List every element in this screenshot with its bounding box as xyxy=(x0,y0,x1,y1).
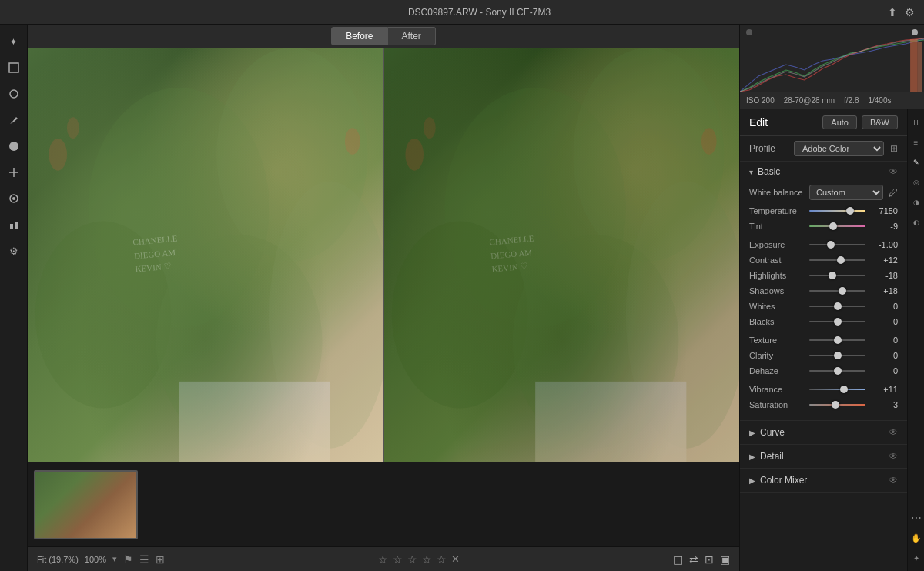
texture-value: 0 xyxy=(870,336,898,345)
app-title: DSC09897.ARW - Sony ILCE-7M3 xyxy=(71,7,888,18)
clarity-slider[interactable] xyxy=(809,349,865,362)
shadows-thumb[interactable] xyxy=(839,287,846,295)
tool-icon-3[interactable] xyxy=(3,83,25,105)
vibrance-slider[interactable] xyxy=(809,383,865,396)
arrange-icon[interactable]: ⇄ xyxy=(689,553,698,566)
tool-icon-6[interactable] xyxy=(3,162,25,183)
curve-eye[interactable]: 👁 xyxy=(889,427,898,438)
sort-icon[interactable]: ☰ xyxy=(139,553,149,566)
section-detail[interactable]: ▶ Detail 👁 xyxy=(740,445,907,469)
star-2[interactable]: ☆ xyxy=(393,553,403,566)
histogram-clip-left[interactable] xyxy=(746,29,752,35)
temperature-value: 7150 xyxy=(870,206,898,215)
whites-slider[interactable] xyxy=(809,300,865,312)
star-3[interactable]: ☆ xyxy=(407,553,417,566)
wb-dropper-icon[interactable]: 🖊 xyxy=(888,187,898,199)
svg-point-20 xyxy=(392,222,528,409)
right-icon-color[interactable]: ◑ xyxy=(908,194,925,211)
contrast-slider[interactable] xyxy=(809,254,865,266)
profile-row: Profile Adobe Color ⊞ xyxy=(740,136,907,162)
temperature-thumb[interactable] xyxy=(846,207,854,215)
tab-after[interactable]: After xyxy=(388,27,436,45)
right-icon-list[interactable]: ≡ xyxy=(908,134,925,151)
right-icon-hist[interactable]: H xyxy=(908,114,925,131)
right-icon-edit[interactable]: ✎ xyxy=(908,154,925,171)
tint-thumb[interactable] xyxy=(829,222,837,230)
dehaze-slider[interactable] xyxy=(809,365,865,377)
zoom-dropdown-icon[interactable]: ▾ xyxy=(112,554,117,564)
view-toggle-icon[interactable]: ▣ xyxy=(720,553,730,566)
exif-bar: ISO 200 28-70@28 mm f/2.8 1/400s xyxy=(740,92,924,109)
filmstrip-thumbnail[interactable] xyxy=(34,470,138,539)
crop-icon[interactable]: ⊡ xyxy=(705,553,714,566)
color-mixer-title: Color Mixer xyxy=(760,475,889,486)
compare-icon[interactable]: ◫ xyxy=(673,553,683,566)
tool-icon-8[interactable] xyxy=(3,214,25,235)
saturation-thumb[interactable] xyxy=(832,401,839,409)
section-color-mixer[interactable]: ▶ Color Mixer 👁 xyxy=(740,469,907,493)
svg-rect-17 xyxy=(179,382,330,462)
vibrance-thumb[interactable] xyxy=(840,386,848,393)
section-curve[interactable]: ▶ Curve 👁 xyxy=(740,421,907,445)
tool-icon-9[interactable]: ⚙ xyxy=(3,240,25,262)
shadows-slider[interactable] xyxy=(809,285,865,297)
whites-thumb[interactable] xyxy=(834,302,842,310)
exposure-track xyxy=(809,244,865,245)
highlights-slider[interactable] xyxy=(809,269,865,282)
right-icon-target[interactable]: ✦ xyxy=(908,549,925,566)
exposure-thumb[interactable] xyxy=(827,241,835,249)
saturation-value: -3 xyxy=(870,400,898,409)
tab-before[interactable]: Before xyxy=(331,27,387,45)
star-4[interactable]: ☆ xyxy=(422,553,432,566)
filter-icon[interactable]: ⊞ xyxy=(156,553,165,566)
blacks-slider[interactable] xyxy=(809,316,865,328)
texture-slider[interactable] xyxy=(809,334,865,346)
highlights-thumb[interactable] xyxy=(829,272,836,279)
svg-point-25 xyxy=(701,128,717,155)
delete-label[interactable]: ✕ xyxy=(451,553,460,565)
right-icon-more[interactable]: ⋯ xyxy=(908,509,925,526)
tool-icon-5[interactable] xyxy=(3,135,25,157)
histogram-clip-right[interactable] xyxy=(912,29,918,35)
texture-track xyxy=(809,339,865,341)
wb-select[interactable]: Custom xyxy=(809,185,883,200)
zoom-label[interactable]: Fit (19.7%) xyxy=(37,555,79,564)
before-photo-panel: CHANELLEDIEGO AMKEVIN ♡ xyxy=(28,48,383,462)
section-basic-eye[interactable]: 👁 xyxy=(889,166,898,177)
temperature-slider[interactable] xyxy=(809,205,865,217)
svg-rect-7 xyxy=(10,224,13,229)
bottom-center: ☆ ☆ ☆ ☆ ☆ ✕ xyxy=(378,553,460,566)
dehaze-track xyxy=(809,370,865,372)
tint-slider[interactable] xyxy=(809,220,865,232)
blacks-thumb[interactable] xyxy=(834,318,842,326)
flag-icon[interactable]: ⚑ xyxy=(123,553,133,566)
section-basic-header[interactable]: ▾ Basic 👁 xyxy=(740,162,907,182)
settings-icon[interactable]: ⚙ xyxy=(905,6,915,18)
saturation-slider[interactable] xyxy=(809,399,865,411)
tool-icon-1[interactable]: ✦ xyxy=(3,31,25,52)
color-mixer-eye[interactable]: 👁 xyxy=(889,475,898,486)
contrast-thumb[interactable] xyxy=(837,256,845,264)
tool-icon-7[interactable] xyxy=(3,188,25,209)
detail-eye[interactable]: 👁 xyxy=(889,451,898,462)
texture-thumb[interactable] xyxy=(834,336,842,344)
auto-button[interactable]: Auto xyxy=(822,115,857,129)
dehaze-thumb[interactable] xyxy=(834,367,842,375)
bw-button[interactable]: B&W xyxy=(862,115,898,129)
svg-rect-0 xyxy=(9,63,18,72)
exposure-slider[interactable] xyxy=(809,239,865,251)
right-icon-hand[interactable]: ✋ xyxy=(908,529,925,546)
tool-icon-2[interactable] xyxy=(3,57,25,78)
right-icon-geo[interactable]: ◐ xyxy=(908,214,925,231)
profile-select[interactable]: Adobe Color xyxy=(794,141,884,156)
right-icon-detail[interactable]: ◎ xyxy=(908,174,925,191)
zoom-percent[interactable]: 100% xyxy=(85,555,106,564)
export-icon[interactable]: ⬆ xyxy=(888,6,897,18)
svg-point-1 xyxy=(10,90,18,98)
clarity-thumb[interactable] xyxy=(834,352,842,359)
profile-grid-icon[interactable]: ⊞ xyxy=(890,143,898,154)
star-5[interactable]: ☆ xyxy=(437,553,447,566)
blacks-row: Blacks 0 xyxy=(749,316,898,328)
tool-icon-4[interactable] xyxy=(3,109,25,131)
star-1[interactable]: ☆ xyxy=(378,553,388,566)
